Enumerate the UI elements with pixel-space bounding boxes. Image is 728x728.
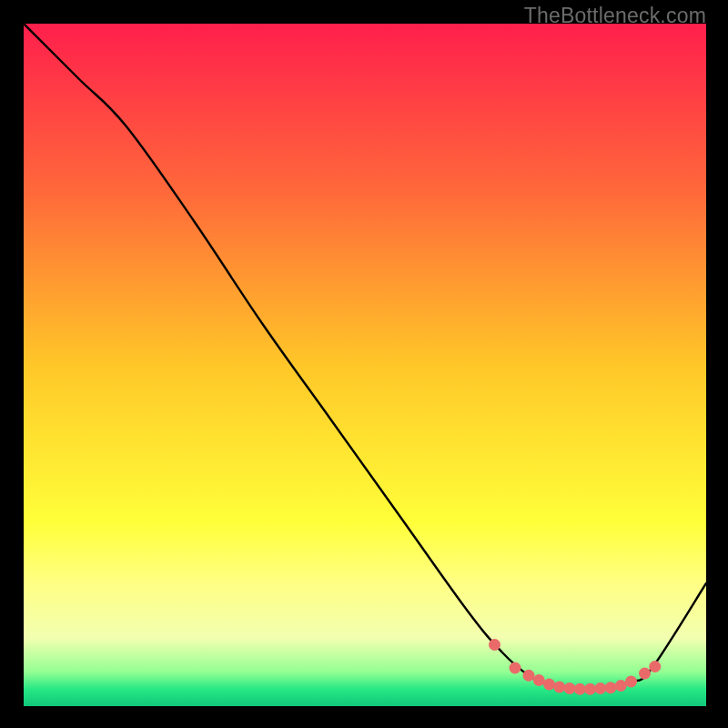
chart-marker-dot — [510, 662, 521, 674]
chart-svg — [24, 24, 706, 706]
chart-marker-dot — [584, 683, 596, 695]
chart-marker-dot — [605, 682, 617, 693]
chart-marker-dot — [543, 679, 555, 691]
chart-marker-dot — [615, 680, 627, 692]
watermark-text: TheBottleneck.com — [524, 4, 706, 28]
chart-marker-dot — [553, 682, 565, 693]
chart-marker-dot — [639, 668, 651, 680]
chart-marker-dot — [489, 639, 500, 651]
chart-marker-dot — [523, 670, 535, 682]
chart-marker-dot — [649, 661, 661, 672]
chart-marker-dot — [594, 682, 606, 694]
chart-stage: TheBottleneck.com — [0, 0, 728, 728]
chart-marker-dot — [533, 674, 545, 686]
chart-marker-dot — [625, 676, 637, 688]
chart-marker-dot — [564, 682, 576, 694]
chart-marker-dot — [574, 683, 586, 695]
chart-plot-area — [24, 24, 706, 706]
